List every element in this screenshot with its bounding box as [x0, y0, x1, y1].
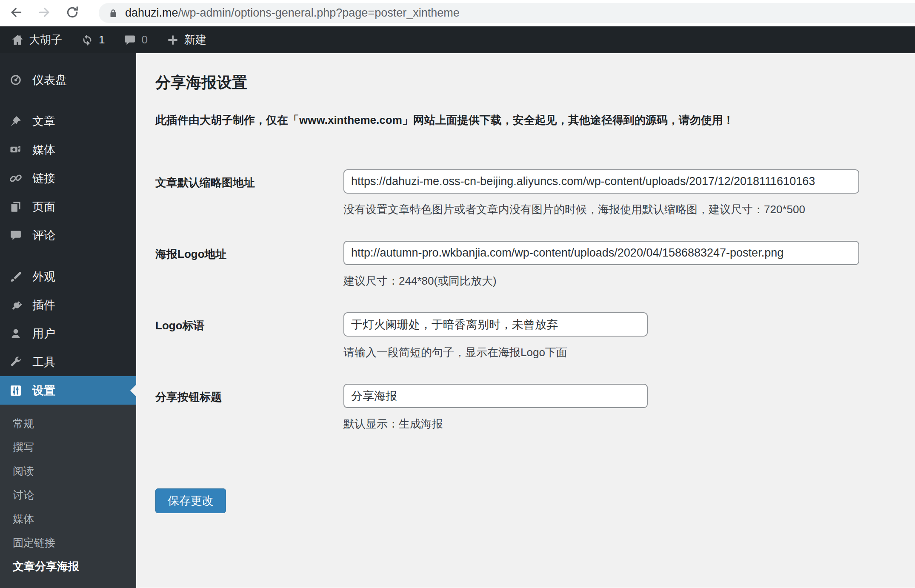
- new-label: 新建: [184, 32, 206, 47]
- dashboard-icon: [9, 74, 22, 86]
- user-icon: [9, 327, 22, 340]
- sidebar-item-links[interactable]: 链接: [0, 164, 136, 192]
- logo-slogan-hint: 请输入一段简短的句子，显示在海报Logo下面: [343, 345, 648, 360]
- comment-icon: [9, 229, 22, 242]
- site-name-label: 大胡子: [29, 32, 62, 47]
- poster-logo-url-hint: 建议尺寸：244*80(或同比放大): [343, 274, 859, 288]
- sidebar-item-users[interactable]: 用户: [0, 319, 136, 348]
- sidebar-item-label: 文章: [32, 114, 55, 129]
- submenu-item-permalinks[interactable]: 固定链接: [0, 531, 136, 554]
- sidebar-item-label: 评论: [32, 228, 55, 243]
- sidebar-item-label: 媒体: [32, 142, 55, 157]
- logo-slogan-field-area: 请输入一段简短的句子，显示在海报Logo下面: [343, 312, 648, 360]
- sidebar-item-posts[interactable]: 文章: [0, 107, 136, 135]
- url-host: dahuzi.me: [125, 6, 178, 19]
- reload-icon: [65, 5, 80, 21]
- wp-sidebar-menu: 仪表盘文章媒体链接页面评论外观插件用户工具设置常规撰写阅读讨论媒体固定链接文章分…: [0, 53, 136, 588]
- sidebar-item-comments[interactable]: 评论: [0, 221, 136, 249]
- sidebar-item-label: 工具: [32, 354, 55, 370]
- form-row-default-thumbnail-url: 文章默认缩略图地址没有设置文章特色图片或者文章内没有图片的时候，海报使用默认缩略…: [155, 169, 915, 217]
- media-icon: [9, 143, 22, 156]
- plus-icon: [166, 34, 179, 46]
- sidebar-item-dashboard[interactable]: 仪表盘: [0, 66, 136, 94]
- pages-icon: [9, 200, 22, 213]
- poster-logo-url-label: 海报Logo地址: [155, 241, 343, 288]
- link-icon: [9, 172, 22, 185]
- form-row-poster-logo-url: 海报Logo地址建议尺寸：244*80(或同比放大): [155, 241, 915, 288]
- sidebar-item-tools[interactable]: 工具: [0, 348, 136, 376]
- sidebar-item-label: 外观: [32, 269, 55, 284]
- sidebar-item-media[interactable]: 媒体: [0, 135, 136, 164]
- sidebar-item-plugins[interactable]: 插件: [0, 291, 136, 319]
- logo-slogan-label: Logo标语: [155, 312, 343, 360]
- sidebar-item-label: 插件: [32, 297, 55, 313]
- settings-page: 分享海报设置 此插件由大胡子制作，仅在「www.xintheme.com」网站上…: [136, 53, 915, 588]
- url-text: dahuzi.me/wp-admin/options-general.php?p…: [125, 6, 460, 20]
- sidebar-item-label: 页面: [32, 199, 55, 214]
- forward-button[interactable]: [37, 6, 52, 21]
- wp-admin-bar: 大胡子 1 0 新建: [0, 26, 915, 53]
- adminbar-new[interactable]: 新建: [166, 32, 206, 47]
- sidebar-item-label: 仪表盘: [32, 72, 67, 88]
- sidebar-item-appearance[interactable]: 外观: [0, 262, 136, 291]
- default-thumbnail-url-field-area: 没有设置文章特色图片或者文章内没有图片的时候，海报使用默认缩略图，建议尺寸：72…: [343, 169, 859, 217]
- default-thumbnail-url-label: 文章默认缩略图地址: [155, 169, 343, 217]
- back-button[interactable]: [9, 6, 24, 21]
- poster-logo-url-field-area: 建议尺寸：244*80(或同比放大): [343, 241, 859, 288]
- poster-logo-url-input[interactable]: [343, 241, 859, 265]
- update-count: 1: [99, 33, 105, 46]
- sliders-icon: [9, 384, 22, 397]
- comment-bubble-icon: [123, 34, 136, 46]
- adminbar-site-name[interactable]: 大胡子: [11, 32, 62, 47]
- pin-icon: [9, 115, 22, 128]
- share-button-title-field-area: 默认显示：生成海报: [343, 384, 648, 431]
- wrench-icon: [9, 356, 22, 368]
- submenu-item-writing[interactable]: 撰写: [0, 435, 136, 459]
- default-thumbnail-url-input[interactable]: [343, 169, 859, 194]
- updates-icon: [81, 34, 94, 46]
- sidebar-item-pages[interactable]: 页面: [0, 192, 136, 221]
- address-bar[interactable]: dahuzi.me/wp-admin/options-general.php?p…: [99, 3, 915, 23]
- brush-icon: [9, 270, 22, 283]
- adminbar-comments[interactable]: 0: [123, 33, 147, 46]
- form-row-logo-slogan: Logo标语请输入一段简短的句子，显示在海报Logo下面: [155, 312, 915, 360]
- comment-count: 0: [141, 33, 147, 46]
- share-button-title-input[interactable]: [343, 384, 648, 408]
- logo-slogan-input[interactable]: [343, 312, 648, 337]
- share-button-title-hint: 默认显示：生成海报: [343, 417, 648, 431]
- sidebar-item-settings[interactable]: 设置: [0, 376, 136, 405]
- save-changes-button[interactable]: 保存更改: [155, 488, 226, 513]
- home-icon: [11, 34, 24, 46]
- reload-button[interactable]: [65, 6, 80, 21]
- poster-settings-form: 文章默认缩略图地址没有设置文章特色图片或者文章内没有图片的时候，海报使用默认缩略…: [155, 169, 915, 431]
- lock-icon: [108, 8, 118, 18]
- form-row-share-button-title: 分享按钮标题默认显示：生成海报: [155, 384, 915, 431]
- back-icon: [9, 5, 23, 21]
- plug-icon: [9, 299, 22, 311]
- forward-icon: [37, 5, 51, 21]
- default-thumbnail-url-hint: 没有设置文章特色图片或者文章内没有图片的时候，海报使用默认缩略图，建议尺寸：72…: [343, 202, 859, 217]
- submenu-item-reading[interactable]: 阅读: [0, 459, 136, 483]
- sidebar-item-label: 设置: [32, 383, 55, 398]
- settings-submenu: 常规撰写阅读讨论媒体固定链接文章分享海报: [0, 405, 136, 588]
- adminbar-updates[interactable]: 1: [81, 33, 105, 46]
- sidebar-item-label: 链接: [32, 171, 55, 186]
- browser-toolbar: dahuzi.me/wp-admin/options-general.php?p…: [0, 0, 915, 26]
- url-path: /wp-admin/options-general.php?page=poste…: [178, 6, 460, 19]
- sidebar-item-label: 用户: [32, 326, 55, 341]
- plugin-notice: 此插件由大胡子制作，仅在「www.xintheme.com」网站上面提供下载，安…: [155, 113, 915, 128]
- share-button-title-label: 分享按钮标题: [155, 384, 343, 431]
- submenu-item-general[interactable]: 常规: [0, 411, 136, 435]
- submenu-item-poster-share[interactable]: 文章分享海报: [0, 554, 136, 578]
- page-title: 分享海报设置: [155, 72, 915, 93]
- submenu-item-media-settings[interactable]: 媒体: [0, 507, 136, 531]
- submenu-item-discussion[interactable]: 讨论: [0, 483, 136, 507]
